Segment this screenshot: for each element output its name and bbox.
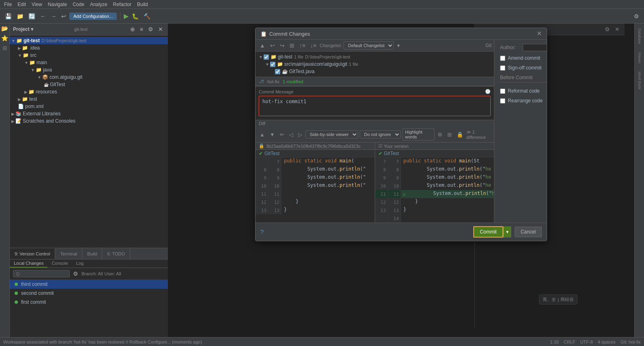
menu-file[interactable]: File <box>2 0 14 9</box>
project-icon[interactable]: 📂 <box>1 25 8 32</box>
wordbook-tab[interactable]: Word Book <box>637 68 642 93</box>
menu-build[interactable]: Build <box>135 0 150 9</box>
sort-down-button[interactable]: ↓≡ <box>309 41 318 50</box>
diff-left-button[interactable]: ◁ <box>288 131 295 138</box>
cancel-button[interactable]: Cancel <box>515 227 542 237</box>
diff-viewer-select[interactable]: Side-by-side viewer <box>305 130 358 138</box>
tree-item-com-atguigu[interactable]: ▼ 📦 com.atguigu.git <box>10 74 168 81</box>
diff-settings-button[interactable]: ⚙ <box>436 131 444 138</box>
commit-dropdown-button[interactable]: ▾ <box>503 226 511 238</box>
tree-item-src[interactable]: ▼ 📁 src <box>10 52 168 59</box>
ftree-src[interactable]: ▼ 📁 src\main\java\com\atguigu\git 1 file <box>255 61 494 68</box>
commit-search-input[interactable] <box>13 270 70 277</box>
tree-item-idea[interactable]: ▶ 📁 .idea <box>10 44 168 52</box>
ftree-root-icon: 📁 <box>270 54 277 60</box>
refresh-button[interactable]: 🔄 <box>27 12 37 20</box>
commit-label-third: third commit <box>21 281 47 287</box>
tree-item-resources[interactable]: ▶ 📁 resources <box>10 88 168 95</box>
menu-view[interactable]: View <box>29 0 45 9</box>
tab-terminal[interactable]: Terminal <box>55 248 82 259</box>
sync-button[interactable]: ⊕ <box>129 25 137 33</box>
ftree-root-checkbox[interactable] <box>264 54 269 60</box>
structure-icon[interactable]: ⊞ <box>2 45 7 51</box>
diff-added-checkbox[interactable]: ☑ <box>403 192 406 197</box>
ftree-file-checkbox[interactable] <box>275 69 280 74</box>
move-up-button[interactable]: ▲ <box>258 41 267 50</box>
menu-edit[interactable]: Edit <box>15 0 28 9</box>
ftree-file[interactable]: ☕ GltTest.java <box>255 68 494 75</box>
author-input[interactable] <box>523 44 547 51</box>
tree-item-scratches[interactable]: ▶ 📝 Scratches and Consoles <box>10 117 168 125</box>
forward-button[interactable]: → <box>49 12 58 20</box>
changelist-toolbar: ▲ ↩ ↪ ⊞ ↑≡ ↓≡ Changelist: Default Change… <box>255 40 494 52</box>
help-button[interactable]: ? <box>260 229 264 235</box>
diff-lock-button[interactable]: 🔒 <box>455 131 465 138</box>
menu-code[interactable]: Code <box>70 0 87 9</box>
save-all-button[interactable]: 📁 <box>15 12 25 20</box>
sub-tab-local[interactable]: Local Changes <box>10 260 47 268</box>
tree-label-glttest: GltTest <box>50 82 65 87</box>
menu-refactor[interactable]: Refactor <box>111 0 134 9</box>
diff-pane-headers: 🔒 3b23aa5d6b677e10fb437f8c9c7f96dbca5d32… <box>255 143 494 150</box>
amend-commit-checkbox[interactable] <box>500 56 505 61</box>
rearrange-code-checkbox[interactable] <box>500 98 505 104</box>
undo-changes-button[interactable]: ↩ <box>268 41 277 50</box>
tree-item-git-test[interactable]: ▼ 📁 git-test D:\IdeaProjects\git-test <box>10 37 168 44</box>
diff-next-button[interactable]: ▼ <box>268 131 277 138</box>
debug-button[interactable]: 🐛 <box>130 12 140 20</box>
dialog-left-panel: ▲ ↩ ↪ ⊞ ↑≡ ↓≡ Changelist: Default Change… <box>255 40 494 223</box>
database-tab[interactable]: Database <box>637 25 642 48</box>
tree-item-main[interactable]: ▼ 📁 main <box>10 59 168 66</box>
git-button[interactable]: ⚙ <box>632 12 641 20</box>
tree-item-test[interactable]: ▶ 📁 test <box>10 95 168 103</box>
menu-navigate[interactable]: Navigate <box>45 0 69 9</box>
commit-msg-history-icon[interactable]: 🕐 <box>485 89 491 94</box>
tree-item-glttest[interactable]: ☕ GltTest <box>10 81 168 88</box>
add-configuration-button[interactable]: Add Configuration... <box>69 13 117 20</box>
redo-changes-button[interactable]: ↪ <box>278 41 286 50</box>
close-panel-button[interactable]: ✕ <box>157 25 165 33</box>
commit-item-second[interactable]: second commit <box>10 289 168 298</box>
reformat-code-checkbox[interactable] <box>500 89 505 94</box>
ftree-src-checkbox[interactable] <box>270 62 275 67</box>
sub-tab-console[interactable]: Console <box>47 260 72 268</box>
tab-version-control[interactable]: 9: Version Control <box>10 248 55 259</box>
commit-message-input[interactable]: hot-fix commit1 <box>259 96 491 116</box>
diff-edit-button[interactable]: ✏ <box>278 131 286 138</box>
undo-button[interactable]: ↩ <box>60 12 68 20</box>
user-filter-label: User: All <box>105 271 121 276</box>
collapse-button[interactable]: ≡ <box>138 25 145 33</box>
diff-highlight-button[interactable]: Highlight words <box>402 128 434 141</box>
tree-item-java[interactable]: ▼ 📁 java <box>10 66 168 74</box>
diff-expand-button[interactable]: ⊞ <box>446 131 453 138</box>
tab-build[interactable]: Build <box>82 248 102 259</box>
commit-button[interactable]: Commit <box>473 226 503 238</box>
search-settings-icon[interactable]: ⚙ <box>71 270 80 278</box>
tree-item-ext-libs[interactable]: ▶ 📚 External Libraries <box>10 110 168 117</box>
changelist-dropdown-button[interactable]: ▾ <box>395 41 401 50</box>
ftree-root[interactable]: ▼ 📁 git-test 1 file D:\IdeaProjects\git-… <box>255 53 494 61</box>
settings-icon[interactable]: ⚙ <box>146 25 155 33</box>
diff-prev-button[interactable]: ▲ <box>258 131 266 138</box>
save-button[interactable]: 💾 <box>3 12 13 20</box>
tree-item-pom[interactable]: 📄 pom.xml <box>10 103 168 110</box>
sort-up-button[interactable]: ↑≡ <box>298 41 307 50</box>
dialog-close-button[interactable]: ✕ <box>537 30 542 37</box>
commit-item-third[interactable]: third commit <box>10 280 168 289</box>
group-by-button[interactable]: ⊞ <box>288 41 296 50</box>
diff-ignore-select[interactable]: Do not ignore <box>360 130 401 138</box>
changelist-select[interactable]: Default Changelist <box>343 41 394 50</box>
favorites-icon[interactable]: ⭐ <box>1 35 8 41</box>
run-button[interactable]: ▶ <box>124 12 129 20</box>
menu-analyze[interactable]: Analyze <box>88 0 110 9</box>
maven-tab[interactable]: Maven <box>637 49 642 67</box>
sub-tab-log[interactable]: Log <box>72 260 88 268</box>
author-label: Author: <box>500 45 519 50</box>
build-button[interactable]: 🔨 <box>142 12 152 20</box>
commit-item-first[interactable]: first commit <box>10 298 168 307</box>
back-button[interactable]: ← <box>39 12 47 20</box>
project-tree: ▼ 📁 git-test D:\IdeaProjects\git-test ▶ … <box>10 35 168 248</box>
tab-todo[interactable]: 6: TODO <box>102 248 130 259</box>
sign-off-checkbox[interactable] <box>500 65 505 71</box>
diff-right-button[interactable]: ▷ <box>296 131 304 138</box>
